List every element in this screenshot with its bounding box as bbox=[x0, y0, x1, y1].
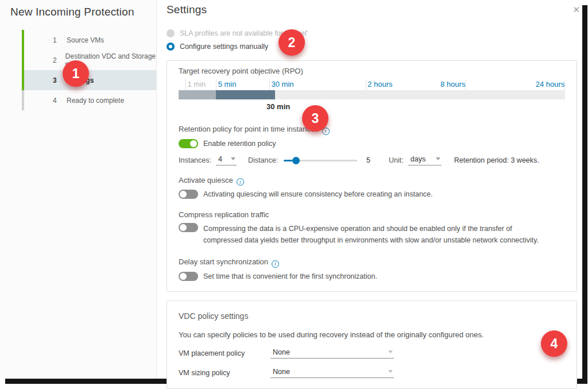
chevron-down-icon bbox=[436, 157, 440, 160]
vm-sizing-value: None bbox=[273, 368, 290, 376]
sidebar-step-destination-vdc[interactable]: 2 Destination VDC and Storage policy bbox=[22, 50, 156, 70]
retention-toggle-row: Enable retention policy bbox=[179, 139, 565, 148]
unit-label: Unit: bbox=[389, 156, 404, 164]
chevron-down-icon bbox=[231, 157, 235, 160]
chevron-down-icon bbox=[388, 370, 393, 373]
rpo-tick-5min[interactable]: 5 min bbox=[218, 80, 237, 88]
vm-sizing-row: VM sizing policy None bbox=[179, 368, 565, 378]
annotation-badge-3: 3 bbox=[302, 105, 328, 132]
distance-label: Distance: bbox=[248, 156, 278, 164]
delay-desc: Set time that is convenient for the firs… bbox=[203, 272, 377, 281]
distance-fill bbox=[284, 160, 292, 161]
instances-select[interactable]: 4 bbox=[216, 155, 237, 165]
wizard-sidebar: New Incoming Protection 1 Source VMs 2 D… bbox=[0, 0, 157, 379]
vm-placement-label: VM placement policy bbox=[179, 349, 270, 357]
delay-title-text: Delay start synchronization bbox=[179, 257, 268, 266]
rpo-tick-2hours[interactable]: 2 hours bbox=[368, 80, 392, 88]
compress-toggle[interactable] bbox=[179, 223, 198, 232]
rpo-tick-30min[interactable]: 30 min bbox=[272, 80, 294, 88]
unit-select[interactable]: days bbox=[408, 155, 442, 165]
radio-label: Configure settings manually bbox=[180, 43, 268, 51]
vm-sizing-label: VM sizing policy bbox=[179, 369, 270, 377]
rpo-segment-selected[interactable] bbox=[216, 90, 274, 99]
close-icon[interactable]: ✕ bbox=[572, 5, 580, 15]
chevron-down-icon bbox=[388, 351, 393, 353]
enable-retention-toggle[interactable] bbox=[179, 139, 198, 148]
compress-title: Compress replication traffic bbox=[179, 210, 565, 219]
rpo-track[interactable] bbox=[179, 90, 565, 99]
quiesce-desc: Activating quiescing will ensure consist… bbox=[203, 190, 433, 199]
step-number: 2 bbox=[53, 56, 60, 64]
rpo-tick-8hours[interactable]: 8 hours bbox=[440, 80, 465, 88]
annotation-badge-4: 4 bbox=[541, 330, 567, 357]
settings-mode-radios: SLA profiles are not available for 'grug… bbox=[167, 29, 577, 51]
radio-configure-manually[interactable]: Configure settings manually bbox=[167, 42, 577, 51]
annotation-badge-1: 1 bbox=[63, 60, 89, 87]
replication-settings-card: Target recovery point objective (RPO) 1 … bbox=[167, 60, 577, 292]
retention-title-text: Retention policy for point in time insta… bbox=[179, 125, 319, 133]
quiesce-toggle[interactable] bbox=[179, 190, 198, 199]
rpo-title: Target recovery point objective (RPO) bbox=[179, 67, 565, 75]
radio-disabled-icon bbox=[167, 29, 175, 37]
settings-panel: ✕ Settings SLA profiles are not availabl… bbox=[157, 0, 582, 379]
new-incoming-protection-dialog: New Incoming Protection 1 Source VMs 2 D… bbox=[0, 0, 582, 379]
retention-title: Retention policy for point in time insta… bbox=[179, 125, 565, 135]
retention-toggle-label: Enable retention policy bbox=[203, 139, 276, 148]
distance-slider-handle[interactable] bbox=[292, 157, 300, 164]
sidebar-step-ready-to-complete[interactable]: 4 Ready to complete bbox=[22, 90, 156, 110]
page-title: Settings bbox=[167, 3, 577, 16]
delay-toggle[interactable] bbox=[179, 272, 198, 281]
step-number: 3 bbox=[53, 76, 61, 84]
rpo-tick-1min[interactable]: 1 min bbox=[187, 80, 206, 88]
info-icon[interactable]: i bbox=[237, 178, 244, 186]
annotation-badge-2: 2 bbox=[278, 29, 305, 56]
retention-section: Retention policy for point in time insta… bbox=[179, 125, 565, 165]
quiesce-title: Activate quiescei bbox=[179, 176, 565, 186]
vdc-title: VDC policy settings bbox=[179, 311, 565, 321]
vm-placement-select[interactable]: None bbox=[270, 348, 394, 359]
quiesce-section: Activate quiescei Activating quiescing w… bbox=[179, 176, 565, 199]
radio-selected-icon[interactable] bbox=[167, 43, 175, 51]
instances-label: Instances: bbox=[179, 156, 211, 164]
rpo-segment-low bbox=[179, 90, 216, 99]
vdc-desc: You can specify policies to be used duri… bbox=[179, 330, 565, 339]
step-number: 1 bbox=[53, 36, 61, 44]
compress-section: Compress replication traffic Compressing… bbox=[179, 210, 565, 246]
wizard-title: New Incoming Protection bbox=[10, 6, 156, 18]
step-label: Source VMs bbox=[67, 36, 104, 44]
retention-controls-row: Instances: 4 Distance: 5 Unit: days bbox=[179, 155, 565, 165]
vm-sizing-select[interactable]: None bbox=[270, 368, 394, 378]
instances-value: 4 bbox=[218, 155, 222, 163]
step-number: 4 bbox=[53, 97, 61, 105]
sidebar-step-settings[interactable]: 3 Settings bbox=[22, 70, 156, 90]
delay-toggle-row: Set time that is convenient for the firs… bbox=[179, 272, 565, 281]
delay-title: Delay start synchronizationi bbox=[179, 257, 565, 268]
rpo-tick-24hours[interactable]: 24 hours bbox=[536, 80, 565, 88]
sidebar-step-source-vms[interactable]: 1 Source VMs bbox=[22, 30, 156, 50]
vm-placement-value: None bbox=[273, 348, 290, 356]
vdc-policy-card: VDC policy settings You can specify poli… bbox=[167, 301, 577, 389]
distance-value: 5 bbox=[366, 156, 370, 164]
distance-slider[interactable] bbox=[284, 156, 357, 164]
rpo-slider[interactable]: 1 min 5 min 30 min 2 hours 8 hours 24 ho… bbox=[179, 79, 565, 117]
quiesce-title-text: Activate quiesce bbox=[179, 176, 233, 184]
retention-period-summary: Retention period: 3 weeks. bbox=[454, 156, 539, 164]
compress-toggle-row: Compressing the data is a CPU-expensive … bbox=[179, 223, 565, 246]
info-icon[interactable]: i bbox=[272, 260, 279, 268]
radio-sla-profiles: SLA profiles are not available for 'grug… bbox=[167, 29, 577, 38]
step-label: Ready to complete bbox=[67, 97, 124, 105]
compress-desc: Compressing the data is a CPU-expensive … bbox=[203, 223, 548, 246]
delay-section: Delay start synchronizationi Set time th… bbox=[179, 257, 565, 281]
quiesce-toggle-row: Activating quiescing will ensure consist… bbox=[179, 190, 565, 199]
vm-placement-row: VM placement policy None bbox=[179, 348, 565, 359]
rpo-selected-value: 30 min bbox=[266, 102, 290, 111]
unit-value: days bbox=[411, 155, 425, 163]
